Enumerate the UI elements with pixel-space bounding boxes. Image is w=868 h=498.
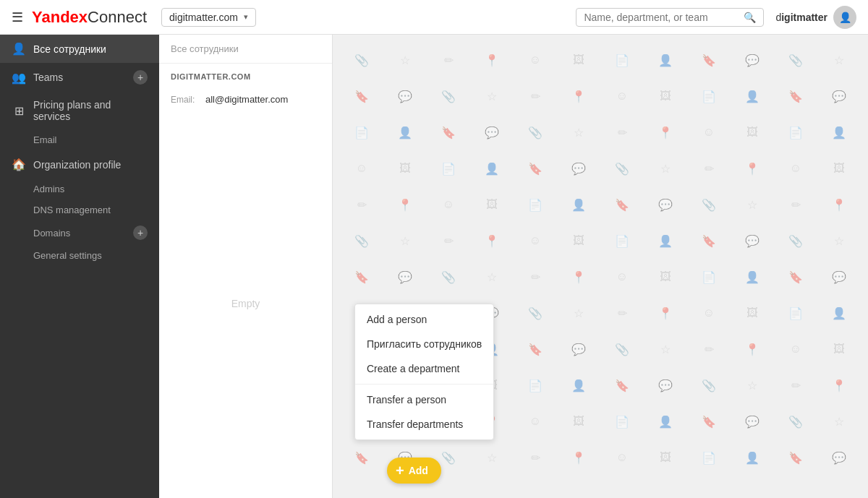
grid-icon-cell: 💬 [817, 259, 861, 295]
grid-icon-cell: ☺ [514, 403, 557, 439]
grid-icon-cell: ☆ [817, 223, 861, 259]
grid-icon-cell: 👤 [817, 295, 861, 331]
user-name-bold: igitmatter [781, 12, 827, 23]
grid-icon-cell: 🔖 [514, 150, 557, 186]
sidebar-item-dns[interactable]: DNS management [0, 199, 159, 220]
grid-icon-cell: 📎 [600, 150, 644, 186]
grid-icon-cell: 🖼 [644, 259, 687, 295]
grid-icon-cell: 🖼 [470, 186, 514, 223]
grid-icon-cell: 🖼 [731, 114, 774, 150]
grid-icon-cell: 📍 [470, 223, 514, 259]
grid-icon-cell: 🔖 [861, 114, 868, 150]
context-menu-add-person[interactable]: Add a person [355, 307, 493, 332]
grid-icon-cell: ✏ [600, 114, 644, 150]
grid-icon-cell: 📍 [557, 439, 600, 476]
sidebar-dns-label: DNS management [33, 205, 111, 215]
grid-icon-cell: 👤 [644, 223, 687, 259]
add-button[interactable]: + Add [387, 458, 441, 484]
grid-icon-cell: 📄 [427, 150, 470, 186]
grid-icon-cell: ☺ [600, 439, 644, 476]
grid-icon-cell: ☺ [427, 186, 470, 223]
grid-icon-cell: 📎 [774, 403, 817, 439]
grid-icon-cell: 📄 [600, 403, 644, 439]
grid-icon-cell: 💬 [557, 150, 600, 186]
grid-icon-cell: ☺ [600, 259, 644, 295]
grid-icon-cell: 📎 [861, 439, 868, 476]
grid-icon-cell: 📍 [644, 114, 687, 150]
search-icon: 🔍 [744, 12, 756, 23]
grid-icon-cell: 🔖 [427, 114, 470, 150]
grid-icon-cell: 📎 [861, 78, 868, 114]
grid-icon-cell: 📄 [340, 114, 383, 150]
grid-icon-cell: 👤 [644, 403, 687, 439]
sidebar-pricing-label: Pricing plans and services [33, 99, 148, 122]
grid-icon-cell: 👤 [383, 114, 427, 150]
grid-icon-cell: 📎 [427, 78, 470, 114]
grid-icon-cell: ☺ [774, 150, 817, 186]
grid-icon-cell: ☺ [514, 42, 557, 78]
grid-icon-cell: 📎 [861, 259, 868, 295]
grid-icon-cell: 🖼 [731, 295, 774, 331]
grid-icon-cell: ☆ [557, 114, 600, 150]
grid-icon-cell: ☺ [687, 114, 731, 150]
header: ☰ Yandex Connect digitmatter.com ▾ 🔍 dig… [0, 0, 868, 35]
grid-icon-cell: 🔖 [340, 259, 383, 295]
chevron-down-icon: ▾ [244, 12, 248, 22]
grid-icon-cell: 🔖 [600, 367, 644, 403]
sidebar-item-org-profile[interactable]: 🏠 Organization profile [0, 150, 159, 179]
sidebar-item-teams[interactable]: 👥 Teams + [0, 63, 159, 92]
grid-icon-cell: 💬 [383, 78, 427, 114]
context-menu-transfer-departments[interactable]: Transfer departments [355, 412, 493, 437]
grid-icon-cell: ✏ [340, 186, 383, 223]
grid-icon: ⊞ [12, 104, 26, 118]
grid-icon-cell: 📎 [427, 259, 470, 295]
sidebar-item-all-employees[interactable]: 👤 Все сотрудники [0, 35, 159, 63]
sidebar-item-email[interactable]: Email [0, 129, 159, 150]
grid-icon-cell: 🖼 [644, 78, 687, 114]
grid-icon-cell: 🔖 [687, 223, 731, 259]
grid-icon-cell: 📎 [774, 42, 817, 78]
sidebar-item-general[interactable]: General settings [0, 245, 159, 266]
context-menu-invite-employees[interactable]: Пригласить сотрудников [355, 332, 493, 356]
sidebar-item-pricing[interactable]: ⊞ Pricing plans and services [0, 92, 159, 129]
grid-icon-cell: 📄 [861, 331, 868, 367]
domain-selector[interactable]: digitmatter.com ▾ [161, 8, 256, 27]
grid-icon-cell: 📄 [861, 150, 868, 186]
grid-icon-cell: ☆ [557, 295, 600, 331]
sidebar-item-domains[interactable]: Domains + [0, 220, 159, 245]
grid-icon-cell: 🖼 [644, 439, 687, 476]
grid-icon-cell: ✏ [600, 295, 644, 331]
content-panel-domain: DIGITMATTER.COM [159, 64, 332, 90]
grid-icon-cell: ☆ [470, 78, 514, 114]
content-panel-email-row: Email: all@digitmatter.com [159, 90, 332, 109]
logo-connect: Connect [88, 8, 147, 27]
grid-icon-cell: 🖼 [557, 403, 600, 439]
domains-add-button[interactable]: + [133, 226, 148, 240]
grid-icon-cell: 💬 [644, 367, 687, 403]
sidebar-item-admins[interactable]: Admins [0, 179, 159, 199]
search-input[interactable] [584, 12, 744, 23]
search-bar[interactable]: 🔍 [576, 8, 764, 27]
user-menu[interactable]: digitmatter 👤 [775, 6, 856, 29]
teams-add-button[interactable]: + [133, 70, 148, 85]
grid-icon-cell: 💬 [383, 259, 427, 295]
grid-icon-cell: 🖼 [557, 42, 600, 78]
sidebar-all-employees-label: Все сотрудники [33, 43, 148, 55]
grid-icon-cell: 📎 [687, 186, 731, 223]
grid-icon-cell: 📍 [470, 42, 514, 78]
grid-icon-cell: ☆ [470, 259, 514, 295]
context-menu-transfer-person[interactable]: Transfer a person [355, 387, 493, 412]
grid-icon-cell: ☆ [731, 186, 774, 223]
menu-icon[interactable]: ☰ [12, 9, 23, 25]
grid-icon-cell: 👤 [557, 367, 600, 403]
grid-icon-cell: ☆ [644, 331, 687, 367]
grid-icon-cell: ☺ [687, 295, 731, 331]
email-value: all@digitmatter.com [205, 94, 288, 105]
grid-icon-cell: ☺ [514, 223, 557, 259]
grid-icon-cell: 👤 [731, 78, 774, 114]
grid-icon-cell: 📎 [774, 223, 817, 259]
grid-icon-cell: 📄 [600, 223, 644, 259]
grid-icon-cell: 💬 [731, 223, 774, 259]
grid-icon-cell: 📄 [687, 439, 731, 476]
context-menu-create-department[interactable]: Create a department [355, 356, 493, 381]
